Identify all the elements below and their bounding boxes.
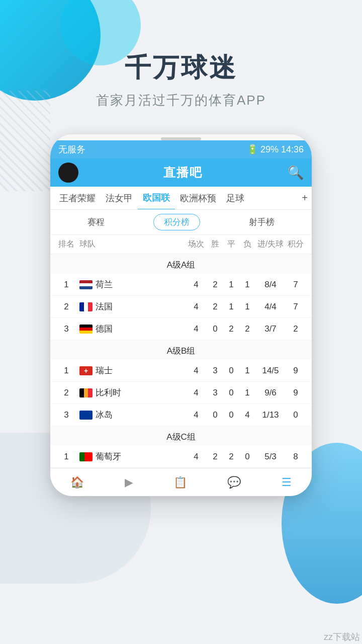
played: 4 xyxy=(185,410,207,420)
rank: 3 xyxy=(56,410,76,420)
bottom-nav-home[interactable]: 🏠 xyxy=(64,474,90,491)
win: 2 xyxy=(207,452,223,462)
pts: 8 xyxy=(286,452,306,462)
status-bar: 无服务 🔋 29% 14:36 xyxy=(50,140,312,158)
pts: 2 xyxy=(286,324,306,334)
phone-notch-bar xyxy=(50,134,312,140)
rank: 1 xyxy=(56,366,76,376)
col-header-pts: 积分 xyxy=(286,239,306,250)
win: 0 xyxy=(207,324,223,334)
col-header-loss: 负 xyxy=(239,239,255,250)
bottom-nav-news[interactable]: 📋 xyxy=(167,474,193,491)
nav-more-icon[interactable]: + xyxy=(302,192,308,204)
pts: 9 xyxy=(286,388,306,398)
rank: 1 xyxy=(56,452,76,462)
nav-tab-ouzhoubeiy[interactable]: 欧洲杯预 xyxy=(175,187,221,210)
col-header-win: 胜 xyxy=(207,239,223,250)
sub-tabs: 赛程 积分榜 射手榜 xyxy=(50,210,312,235)
played: 4 xyxy=(185,324,207,334)
col-header-rank: 排名 xyxy=(56,239,76,250)
loss: 1 xyxy=(239,388,255,398)
status-right: 🔋 29% 14:36 xyxy=(247,144,304,155)
team-cell: 冰岛 xyxy=(76,409,185,421)
table-row[interactable]: 1 瑞士 4 3 0 1 14/5 9 xyxy=(50,360,312,382)
gd: 4/4 xyxy=(255,302,286,312)
group-header-c: A级C组 xyxy=(50,426,312,446)
flag-france xyxy=(79,302,93,311)
group-header-b: A级B组 xyxy=(50,340,312,360)
nav-tab-lawomen[interactable]: 法女甲 xyxy=(101,187,138,210)
nav-tab-zuqiu[interactable]: 足球 xyxy=(221,187,249,210)
page-title: 千万球迷 xyxy=(0,50,362,86)
sub-tab-scorers[interactable]: 射手榜 xyxy=(239,214,285,230)
rank: 2 xyxy=(56,388,76,398)
flag-netherlands xyxy=(79,280,93,289)
flag-iceland xyxy=(79,411,93,420)
standings-table: 排名 球队 场次 胜 平 负 进/失球 积分 A级A组 1 荷兰 4 2 1 1… xyxy=(50,235,312,468)
search-icon[interactable]: 🔍 xyxy=(288,165,304,181)
group-header-a: A级A组 xyxy=(50,254,312,274)
draw: 0 xyxy=(223,366,239,376)
sub-tab-schedule[interactable]: 赛程 xyxy=(77,214,115,230)
team-cell: 葡萄牙 xyxy=(76,451,185,462)
table-row[interactable]: 1 荷兰 4 2 1 1 8/4 7 xyxy=(50,274,312,296)
loss: 2 xyxy=(239,324,255,334)
played: 4 xyxy=(185,280,207,290)
nav-tab-wangzhe[interactable]: 王者荣耀 xyxy=(54,187,101,210)
win: 2 xyxy=(207,302,223,312)
team-cell: 瑞士 xyxy=(76,365,185,376)
gd: 1/13 xyxy=(255,410,286,420)
table-row[interactable]: 2 比利时 4 3 0 1 9/6 9 xyxy=(50,382,312,404)
app-header: 直播吧 🔍 xyxy=(50,158,312,187)
page-header: 千万球迷 首家月活过千万的体育APP xyxy=(0,0,362,119)
played: 4 xyxy=(185,388,207,398)
sub-tab-standings[interactable]: 积分榜 xyxy=(153,214,200,230)
table-row[interactable]: 3 冰岛 4 0 0 4 1/13 0 xyxy=(50,404,312,426)
app-title: 直播吧 xyxy=(163,165,203,181)
draw: 1 xyxy=(223,280,239,290)
col-header-gd: 进/失球 xyxy=(255,239,286,250)
pts: 0 xyxy=(286,410,306,420)
col-header-played: 场次 xyxy=(185,239,207,250)
bottom-nav-chat[interactable]: 💬 xyxy=(221,474,247,491)
draw: 0 xyxy=(223,388,239,398)
win: 3 xyxy=(207,388,223,398)
played: 4 xyxy=(185,452,207,462)
win: 0 xyxy=(207,410,223,420)
loss: 0 xyxy=(239,452,255,462)
status-battery: 29% xyxy=(260,144,279,155)
team-cell: 法国 xyxy=(76,301,185,312)
table-row[interactable]: 2 法国 4 2 1 1 4/4 7 xyxy=(50,296,312,318)
phone-notch xyxy=(161,137,201,140)
draw: 1 xyxy=(223,302,239,312)
team-cell: 德国 xyxy=(76,323,185,335)
gd: 14/5 xyxy=(255,366,286,376)
team-cell: 比利时 xyxy=(76,387,185,398)
flag-switzerland xyxy=(79,366,93,375)
col-header-draw: 平 xyxy=(223,239,239,250)
nav-tabs: 王者荣耀 法女甲 欧国联 欧洲杯预 足球 + xyxy=(50,187,312,210)
team-cell: 荷兰 xyxy=(76,279,185,290)
flag-portugal xyxy=(79,452,93,461)
bottom-nav: 🏠 ▶ 📋 💬 ☰ xyxy=(50,468,312,496)
nav-tab-ouguo[interactable]: 欧国联 xyxy=(138,187,175,210)
table-row[interactable]: 1 葡萄牙 4 2 2 0 5/3 8 xyxy=(50,446,312,468)
loss: 4 xyxy=(239,410,255,420)
table-row[interactable]: 3 德国 4 0 2 2 3/7 2 xyxy=(50,318,312,340)
win: 3 xyxy=(207,366,223,376)
gd: 9/6 xyxy=(255,388,286,398)
table-header-row: 排名 球队 场次 胜 平 负 进/失球 积分 xyxy=(50,235,312,254)
status-icons: 🔋 xyxy=(247,144,258,155)
status-signal: 无服务 xyxy=(58,143,85,155)
played: 4 xyxy=(185,302,207,312)
avatar[interactable] xyxy=(58,163,78,183)
loss: 1 xyxy=(239,302,255,312)
flag-germany xyxy=(79,325,93,334)
watermark: zz下载站 xyxy=(324,631,360,643)
flag-belgium xyxy=(79,388,93,397)
bottom-nav-play[interactable]: ▶ xyxy=(119,474,139,491)
rank: 3 xyxy=(56,324,76,334)
pts: 7 xyxy=(286,302,306,312)
bottom-nav-menu[interactable]: ☰ xyxy=(276,474,298,491)
played: 4 xyxy=(185,366,207,376)
